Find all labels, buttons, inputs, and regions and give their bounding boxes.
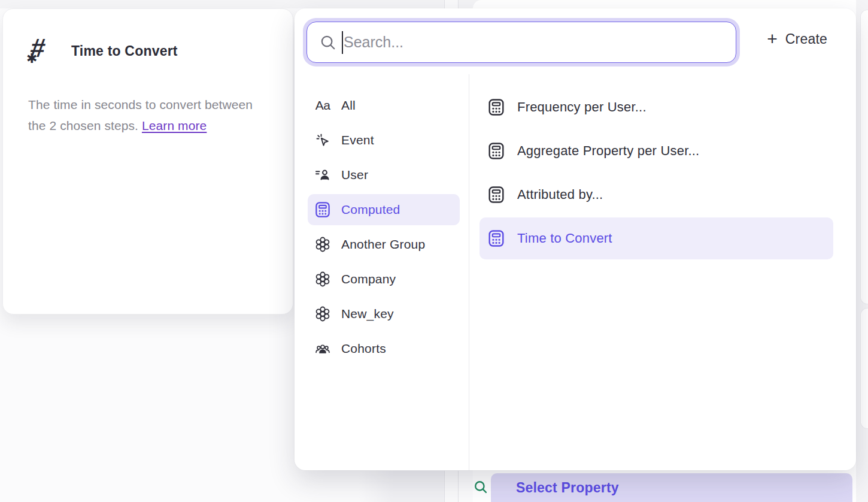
plus-icon: + bbox=[767, 30, 778, 48]
background-right-card bbox=[860, 10, 868, 304]
text-caret bbox=[342, 31, 343, 54]
calculator-icon bbox=[488, 142, 505, 160]
category-item-user[interactable]: User bbox=[308, 159, 460, 190]
group-flower-icon bbox=[315, 237, 330, 252]
category-item-new-key[interactable]: New_key bbox=[308, 298, 460, 329]
group-flower-icon bbox=[315, 306, 330, 322]
results-list: Frequency per User... Aggregate Property… bbox=[469, 74, 856, 470]
result-item-time-to-convert[interactable]: Time to Convert bbox=[479, 217, 833, 259]
property-picker-dropdown: + Create Aa All Event User Computed bbox=[295, 8, 856, 470]
category-item-all[interactable]: Aa All bbox=[308, 90, 460, 121]
category-list: Aa All Event User Computed Another Gr bbox=[295, 74, 469, 470]
category-item-event[interactable]: Event bbox=[308, 125, 460, 156]
event-cursor-icon bbox=[315, 133, 330, 147]
create-button[interactable]: + Create bbox=[767, 30, 827, 48]
property-tooltip-card: # ✱ Time to Convert The time in seconds … bbox=[2, 8, 293, 314]
result-item-aggregate-property-per-user[interactable]: Aggregate Property per User... bbox=[479, 130, 833, 172]
category-item-company[interactable]: Company bbox=[308, 264, 460, 295]
green-search-icon bbox=[473, 479, 488, 495]
background-column-gap bbox=[444, 471, 458, 502]
background-divider-line bbox=[458, 0, 459, 8]
calculator-icon bbox=[315, 201, 330, 219]
calculator-icon bbox=[488, 186, 505, 204]
background-divider-line bbox=[458, 471, 459, 502]
background-divider-line bbox=[444, 0, 445, 8]
letters-icon: Aa bbox=[315, 98, 330, 113]
hash-number-icon: # ✱ bbox=[28, 37, 53, 65]
calculator-icon bbox=[488, 229, 505, 247]
select-property-button[interactable]: Select Property bbox=[491, 473, 852, 502]
tooltip-description: The time in seconds to convert between t… bbox=[3, 65, 293, 136]
background-column-gap bbox=[444, 0, 458, 8]
category-item-another-group[interactable]: Another Group bbox=[308, 229, 460, 260]
background-bottom-gray bbox=[359, 471, 444, 502]
search-icon bbox=[319, 34, 337, 52]
user-icon bbox=[315, 168, 330, 182]
category-item-computed[interactable]: Computed bbox=[308, 194, 460, 225]
search-box bbox=[306, 22, 736, 63]
learn-more-link[interactable]: Learn more bbox=[142, 119, 207, 132]
cohorts-icon bbox=[315, 341, 330, 356]
select-property-row: Select Property bbox=[467, 471, 862, 502]
result-item-frequency-per-user[interactable]: Frequency per User... bbox=[479, 86, 833, 128]
select-property-label: Select Property bbox=[516, 480, 619, 496]
group-flower-icon bbox=[315, 271, 330, 287]
calculator-icon bbox=[488, 98, 505, 116]
result-item-attributed-by[interactable]: Attributed by... bbox=[479, 174, 833, 216]
search-input[interactable] bbox=[344, 34, 726, 51]
category-item-cohorts[interactable]: Cohorts bbox=[308, 333, 460, 364]
background-divider-line bbox=[444, 471, 445, 502]
tooltip-title: Time to Convert bbox=[71, 43, 178, 59]
background-right-card bbox=[860, 308, 868, 429]
